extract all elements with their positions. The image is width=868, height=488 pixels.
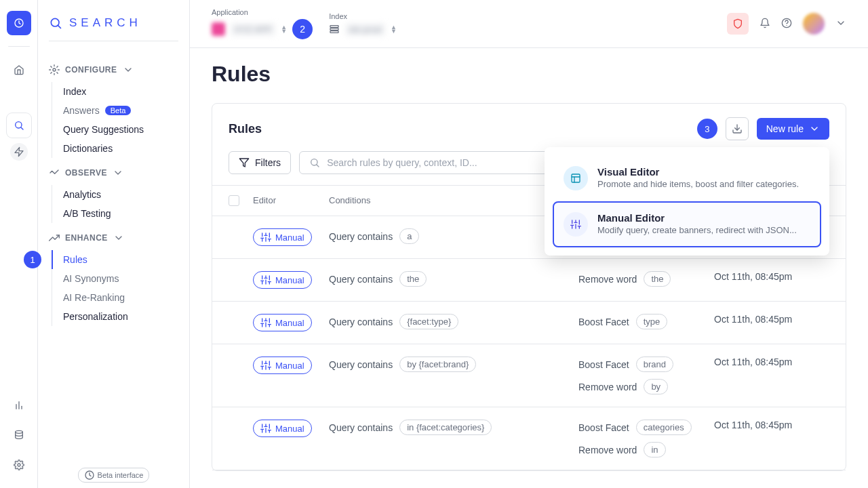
avatar[interactable] xyxy=(803,13,825,35)
col-conditions: Conditions xyxy=(329,195,578,206)
svg-marker-3 xyxy=(15,147,23,156)
svg-line-33 xyxy=(317,165,319,167)
svg-point-7 xyxy=(15,430,22,433)
app-label: Application xyxy=(212,8,313,16)
editor-pill: Manual xyxy=(253,357,312,374)
home-icon[interactable] xyxy=(7,58,31,82)
icon-rail xyxy=(0,0,38,488)
sidebar-item[interactable]: Query Suggestions xyxy=(52,120,178,139)
sidebar-item[interactable]: Index xyxy=(52,82,178,101)
svg-point-8 xyxy=(18,464,20,466)
svg-marker-31 xyxy=(239,159,248,167)
sidebar-item[interactable]: AI Re-Ranking xyxy=(52,288,178,307)
topbar: Application XYZ APP ▲▼ 2 Index idx-prod … xyxy=(190,0,868,48)
settings-icon[interactable] xyxy=(7,453,31,477)
table-row[interactable]: ManualQuery contains{facet:type}Boost Fa… xyxy=(212,302,846,344)
sidebar-item[interactable]: AI Synonyms xyxy=(52,269,178,288)
filter-icon xyxy=(239,157,250,168)
search-nav-icon[interactable] xyxy=(7,113,31,138)
svg-rect-13 xyxy=(330,26,338,28)
chevron-down-icon xyxy=(113,232,124,243)
app-selector[interactable]: XYZ APP ▲▼ 2 xyxy=(212,19,313,39)
svg-rect-15 xyxy=(330,31,338,33)
select-all-checkbox[interactable] xyxy=(229,195,239,206)
svg-rect-14 xyxy=(330,28,338,30)
stats-icon[interactable] xyxy=(7,393,31,418)
chevrons-vertical-icon: ▲▼ xyxy=(391,25,397,33)
visual-editor-option[interactable]: Visual Editor Promote and hide items, bo… xyxy=(553,155,821,201)
product-title-text: SEARCH xyxy=(69,16,142,30)
sidebar-item[interactable]: Analytics xyxy=(52,185,178,204)
new-rule-button[interactable]: New rule xyxy=(757,118,829,140)
help-icon[interactable] xyxy=(781,18,792,30)
brand-icon[interactable] xyxy=(7,11,31,35)
sliders-icon xyxy=(260,274,271,285)
sliders-icon xyxy=(260,423,271,434)
search-icon xyxy=(309,157,320,168)
sliders-icon xyxy=(260,232,271,243)
app-count: 2 xyxy=(292,19,313,39)
sidebar-item[interactable]: A/B Testing xyxy=(52,204,178,223)
svg-line-2 xyxy=(20,127,22,129)
filters-button[interactable]: Filters xyxy=(229,151,291,174)
bell-icon[interactable] xyxy=(760,18,770,30)
sliders-icon xyxy=(260,317,271,328)
editor-pill: Manual xyxy=(253,420,312,437)
product-title: SEARCH xyxy=(49,16,178,41)
editor-pill: Manual xyxy=(253,271,312,289)
sidebar-item[interactable]: Dictionaries xyxy=(52,139,178,158)
sidebar-group-head[interactable]: CONFIGURE xyxy=(49,64,178,75)
chevron-down-icon xyxy=(809,123,820,134)
boost-icon[interactable] xyxy=(10,143,28,161)
editor-pill: Manual xyxy=(253,314,312,331)
sidebar-item[interactable]: Answers Beta xyxy=(52,101,178,120)
sidebar-group-head[interactable]: ENHANCE xyxy=(49,232,178,243)
sliders-icon xyxy=(564,212,588,237)
rules-panel: Rules 3 New rule Visual Editor xyxy=(212,103,846,471)
sidebar: SEARCH CONFIGUREIndexAnswers BetaQuery S… xyxy=(38,0,190,488)
chevrons-vertical-icon: ▲▼ xyxy=(281,25,287,33)
svg-line-10 xyxy=(58,25,60,28)
sidebar-item[interactable]: 1Rules xyxy=(52,250,178,269)
sliders-icon xyxy=(260,360,271,371)
chevron-down-icon[interactable] xyxy=(835,18,846,30)
editor-pill: Manual xyxy=(253,228,312,246)
manual-editor-option[interactable]: Manual Editor Modify query, create banne… xyxy=(553,201,821,247)
index-label: Index xyxy=(329,12,397,20)
index-selector[interactable]: idx-prod ▲▼ xyxy=(329,23,397,36)
table-row[interactable]: ManualQuery containsin {facet:categories… xyxy=(212,407,846,470)
chevron-down-icon xyxy=(113,167,123,178)
panel-title: Rules xyxy=(229,122,689,136)
beta-interface-pill[interactable]: Beta interface xyxy=(78,468,150,483)
table-row[interactable]: ManualQuery containsby {facet:brand}Boos… xyxy=(212,344,846,407)
new-rule-dropdown: Visual Editor Promote and hide items, bo… xyxy=(545,147,829,256)
svg-rect-19 xyxy=(572,174,580,182)
table-row[interactable]: ManualQuery containstheRemove wordtheOct… xyxy=(212,259,846,302)
chevron-down-icon xyxy=(123,64,134,75)
rules-count: 3 xyxy=(697,119,717,139)
download-button[interactable] xyxy=(726,117,749,140)
shield-icon[interactable] xyxy=(727,13,749,35)
page-title: Rules xyxy=(212,62,846,87)
layout-icon xyxy=(564,166,588,190)
col-editor: Editor xyxy=(253,195,329,206)
sidebar-item[interactable]: Personalization xyxy=(52,307,178,326)
svg-point-11 xyxy=(53,68,56,71)
database-icon[interactable] xyxy=(7,423,31,447)
sidebar-group-head[interactable]: OBSERVE xyxy=(49,167,178,178)
